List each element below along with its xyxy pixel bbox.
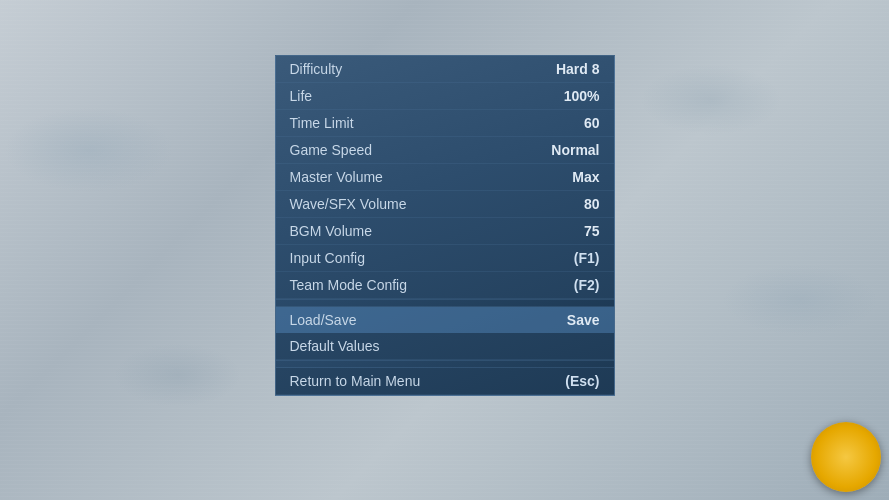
options-row-1[interactable]: Life100% [276, 83, 614, 110]
options-row-7[interactable]: Input Config(F1) [276, 245, 614, 272]
options-row-4[interactable]: Master VolumeMax [276, 164, 614, 191]
menu-value-0: (Esc) [565, 373, 599, 389]
options-label-4: Master Volume [290, 169, 383, 185]
menu-row-0[interactable]: Return to Main Menu(Esc) [276, 368, 614, 395]
options-label-5: Wave/SFX Volume [290, 196, 407, 212]
options-value-8: (F2) [574, 277, 600, 293]
action-row-1[interactable]: Default Values [276, 333, 614, 360]
options-label-2: Time Limit [290, 115, 354, 131]
options-row-0[interactable]: DifficultyHard 8 [276, 56, 614, 83]
options-value-0: Hard 8 [556, 61, 600, 77]
menu-label-0: Return to Main Menu [290, 373, 421, 389]
options-panel: DifficultyHard 8Life100%Time Limit60Game… [275, 55, 615, 396]
action-label-0: Load/Save [290, 312, 357, 328]
options-row-5[interactable]: Wave/SFX Volume80 [276, 191, 614, 218]
options-row-8[interactable]: Team Mode Config(F2) [276, 272, 614, 299]
options-value-1: 100% [564, 88, 600, 104]
options-row-2[interactable]: Time Limit60 [276, 110, 614, 137]
options-label-7: Input Config [290, 250, 366, 266]
options-value-3: Normal [551, 142, 599, 158]
options-value-7: (F1) [574, 250, 600, 266]
options-value-5: 80 [584, 196, 600, 212]
action-value-0: Save [567, 312, 600, 328]
action-label-1: Default Values [290, 338, 380, 354]
options-value-2: 60 [584, 115, 600, 131]
options-value-4: Max [572, 169, 599, 185]
action-row-0[interactable]: Load/SaveSave [276, 307, 614, 333]
divider-2 [276, 360, 614, 368]
options-label-1: Life [290, 88, 313, 104]
options-label-6: BGM Volume [290, 223, 372, 239]
bottom-bar [749, 450, 889, 500]
options-label-0: Difficulty [290, 61, 343, 77]
options-value-6: 75 [584, 223, 600, 239]
logo-badge [811, 422, 881, 492]
options-label-8: Team Mode Config [290, 277, 408, 293]
options-row-3[interactable]: Game SpeedNormal [276, 137, 614, 164]
divider-1 [276, 299, 614, 307]
options-label-3: Game Speed [290, 142, 373, 158]
options-row-6[interactable]: BGM Volume75 [276, 218, 614, 245]
